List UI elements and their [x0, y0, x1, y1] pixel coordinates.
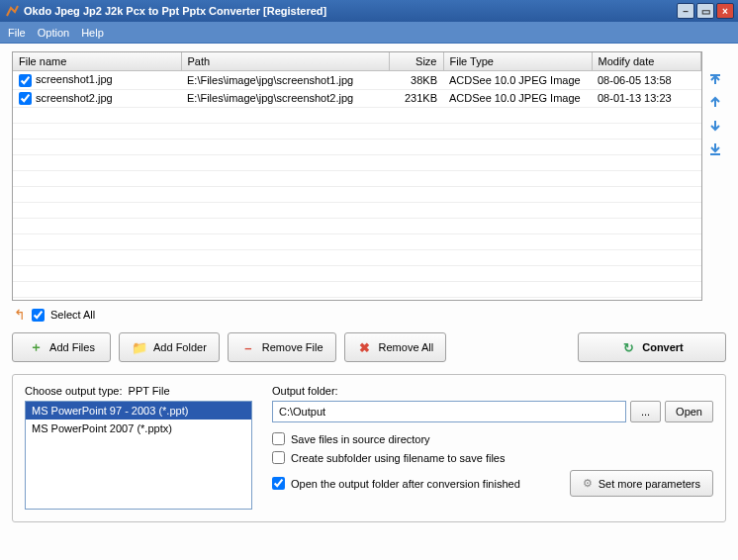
remove-all-button[interactable]: ✖ Remove All [344, 332, 447, 362]
up-level-icon[interactable]: ↰ [14, 307, 26, 323]
convert-icon: ↻ [620, 339, 636, 355]
gear-icon: ⚙ [583, 477, 593, 490]
add-files-button[interactable]: ＋ Add Files [12, 332, 111, 362]
save-source-label: Save files in source directory [291, 433, 430, 445]
col-size[interactable]: Size [389, 52, 443, 71]
output-folder-input[interactable] [272, 401, 626, 422]
add-folder-button[interactable]: 📁 Add Folder [119, 332, 220, 362]
remove-all-icon: ✖ [357, 339, 373, 355]
titlebar: Okdo Jpeg Jp2 J2k Pcx to Ppt Pptx Conver… [0, 0, 738, 22]
close-button[interactable]: × [716, 3, 734, 19]
window-title: Okdo Jpeg Jp2 J2k Pcx to Ppt Pptx Conver… [24, 5, 677, 17]
list-item[interactable]: MS PowerPoint 97 - 2003 (*.ppt) [26, 402, 251, 420]
convert-button[interactable]: ↻ Convert [578, 332, 726, 362]
output-type-label: Choose output type: PPT File [25, 385, 252, 397]
plus-icon: ＋ [28, 339, 44, 355]
list-item[interactable]: MS PowerPoint 2007 (*.pptx) [26, 420, 251, 437]
minimize-button[interactable]: – [677, 3, 694, 19]
output-folder-label: Output folder: [272, 385, 713, 397]
file-table[interactable]: File name Path Size File Type Modify dat… [12, 51, 702, 301]
output-type-listbox[interactable]: MS PowerPoint 97 - 2003 (*.ppt) MS Power… [25, 401, 252, 510]
open-button[interactable]: Open [665, 401, 713, 422]
menubar: File Option Help [0, 22, 738, 44]
menu-file[interactable]: File [8, 27, 26, 39]
save-source-checkbox[interactable] [272, 432, 285, 445]
create-subfolder-label: Create subfolder using filename to save … [291, 452, 505, 464]
col-path[interactable]: Path [181, 52, 389, 71]
row-checkbox[interactable] [19, 74, 32, 87]
col-filetype[interactable]: File Type [443, 52, 592, 71]
app-icon [4, 3, 20, 19]
row-checkbox[interactable] [19, 92, 32, 105]
menu-help[interactable]: Help [81, 27, 104, 39]
open-after-label: Open the output folder after conversion … [291, 478, 520, 490]
set-more-parameters-button[interactable]: ⚙ Set more parameters [570, 470, 713, 497]
table-row[interactable]: screenshot1.jpg E:\Files\image\jpg\scree… [13, 71, 701, 90]
create-subfolder-checkbox[interactable] [272, 451, 285, 464]
move-bottom-button[interactable] [706, 140, 724, 158]
move-up-button[interactable] [706, 93, 724, 111]
select-all-label: Select All [50, 309, 95, 321]
folder-icon: 📁 [132, 339, 147, 355]
table-row[interactable]: screenshot2.jpg E:\Files\image\jpg\scree… [13, 89, 701, 108]
move-down-button[interactable] [706, 117, 724, 135]
browse-button[interactable]: ... [630, 401, 661, 422]
select-all-checkbox[interactable] [32, 309, 45, 322]
menu-option[interactable]: Option [38, 27, 69, 39]
move-top-button[interactable] [706, 69, 724, 87]
remove-file-button[interactable]: – Remove File [228, 332, 336, 362]
col-filename[interactable]: File name [13, 52, 181, 71]
restore-button[interactable]: ▭ [696, 3, 714, 19]
col-modify[interactable]: Modify date [592, 52, 701, 71]
minus-icon: – [240, 339, 256, 355]
open-after-checkbox[interactable] [272, 477, 285, 490]
